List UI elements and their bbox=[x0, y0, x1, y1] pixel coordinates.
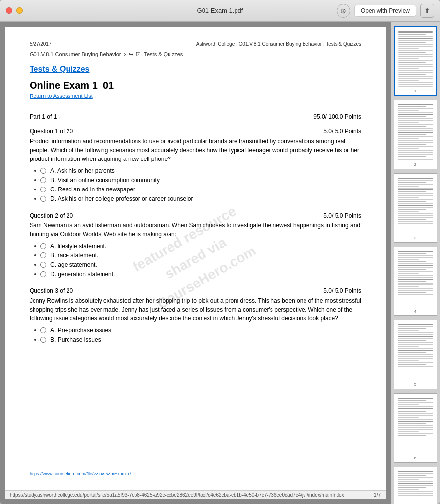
option-1c[interactable]: C. Read an ad in the newspaper bbox=[34, 186, 361, 193]
pdf-date: 5/27/2017 bbox=[30, 41, 52, 47]
option-1d-text: D. Ask his or her college professor or c… bbox=[50, 195, 193, 202]
bullet-icon bbox=[34, 245, 36, 247]
pdf-viewer: featured resourceshared viaCourseHero.co… bbox=[0, 22, 391, 504]
thumb-line bbox=[398, 58, 419, 59]
thumb-line bbox=[398, 60, 433, 61]
bullet-icon bbox=[34, 198, 36, 200]
thumbnail-6[interactable]: 6 bbox=[394, 393, 437, 463]
thumb-line bbox=[398, 32, 433, 33]
pdf-page: featured resourceshared viaCourseHero.co… bbox=[5, 27, 386, 490]
thumb-7-lines bbox=[396, 469, 435, 499]
thumb-line bbox=[398, 50, 433, 51]
thumb-5-lines bbox=[396, 322, 435, 370]
radio-2c[interactable] bbox=[40, 262, 46, 268]
option-2b[interactable]: B. race statement. bbox=[34, 252, 361, 259]
thumbnail-4[interactable]: 4 bbox=[394, 247, 437, 316]
minimize-button[interactable] bbox=[16, 7, 23, 14]
nav-icon[interactable]: ⊕ bbox=[337, 4, 350, 18]
breadcrumb: G01.V.8.1 Consumer Buying Behavior › ↪ ☑… bbox=[30, 51, 361, 58]
thumb-3-lines bbox=[396, 176, 435, 227]
bullet-icon bbox=[34, 339, 36, 341]
part-label: Part 1 of 1 - bbox=[30, 113, 61, 120]
thumb-line bbox=[398, 68, 419, 69]
radio-3b[interactable] bbox=[40, 337, 46, 343]
question-3: Question 3 of 20 5.0/ 5.0 Points Jenny R… bbox=[30, 287, 361, 343]
option-1b[interactable]: B. Visit an online consumption community bbox=[34, 177, 361, 184]
question-2-header: Question 2 of 20 5.0/ 5.0 Points bbox=[30, 212, 361, 219]
window-title: G01 Exam 1.pdf bbox=[197, 7, 243, 14]
thumbnail-3[interactable]: 3 bbox=[394, 173, 437, 243]
option-3a[interactable]: A. Pre-purchase issues bbox=[34, 327, 361, 334]
radio-1c[interactable] bbox=[40, 187, 46, 192]
thumb-3-page: 3 bbox=[396, 236, 435, 240]
option-2d[interactable]: D. generation statement. bbox=[34, 271, 361, 278]
question-3-points: 5.0/ 5.0 Points bbox=[323, 287, 361, 294]
return-link[interactable]: Return to Assessment List bbox=[30, 93, 361, 99]
thumbnail-7[interactable]: 7 bbox=[394, 467, 437, 504]
question-2-number: Question 2 of 20 bbox=[30, 212, 73, 219]
section-title[interactable]: Tests & Quizzes bbox=[30, 65, 361, 74]
open-preview-button[interactable]: Open with Preview bbox=[354, 5, 416, 17]
thumb-5-content bbox=[396, 322, 435, 381]
option-1d[interactable]: D. Ask his or her college professor or c… bbox=[34, 195, 361, 202]
breadcrumb-arrow-icon: › bbox=[124, 51, 126, 58]
thumb-line bbox=[398, 38, 433, 39]
option-2b-text: B. race statement. bbox=[50, 252, 98, 259]
option-1b-text: B. Visit an online consumption community bbox=[50, 177, 160, 184]
thumb-line bbox=[398, 66, 433, 67]
question-2-text: Sam Newman is an avid fisherman and outd… bbox=[30, 221, 361, 239]
part-header: Part 1 of 1 - 95.0/ 100.0 Points bbox=[30, 113, 361, 120]
bottom-link[interactable]: https://www.coursehero.com/file/23169639… bbox=[30, 472, 131, 476]
question-3-text: Jenny Rowlins is absolutely exhausted af… bbox=[30, 296, 361, 323]
page-count: 1/7 bbox=[374, 492, 381, 498]
radio-1b[interactable] bbox=[40, 177, 46, 183]
thumb-2-page: 2 bbox=[396, 162, 435, 167]
option-2c-text: C. age statement. bbox=[50, 261, 97, 268]
thumb-line bbox=[398, 80, 419, 81]
radio-1d[interactable] bbox=[40, 196, 46, 202]
app-window: G01 Exam 1.pdf ⊕ Open with Preview ⬆ fea… bbox=[0, 0, 440, 504]
thumb-line bbox=[398, 56, 433, 57]
thumb-1-content bbox=[397, 29, 434, 88]
question-1-options: A. Ask his or her parents B. Visit an on… bbox=[30, 167, 361, 202]
divider bbox=[30, 105, 361, 105]
thumb-4-lines bbox=[396, 249, 435, 298]
radio-2b[interactable] bbox=[40, 252, 46, 258]
bullet-icon bbox=[34, 170, 36, 172]
question-1-header: Question 1 of 20 5.0/ 5.0 Points bbox=[30, 128, 361, 135]
thumb-line bbox=[398, 42, 426, 43]
thumb-line bbox=[398, 44, 433, 45]
status-url: https://study.ashworthcollege.edu/portal… bbox=[10, 492, 344, 498]
thumb-line bbox=[398, 36, 433, 37]
thumb-1-page: 1 bbox=[397, 89, 434, 93]
radio-2a[interactable] bbox=[40, 243, 46, 249]
thumb-1-lines bbox=[397, 29, 434, 88]
close-button[interactable] bbox=[6, 7, 12, 14]
exam-title: Online Exam 1_01 bbox=[30, 80, 361, 91]
thumb-7-content bbox=[396, 469, 435, 504]
thumb-line bbox=[398, 31, 433, 32]
thumb-line bbox=[398, 54, 433, 55]
thumb-line bbox=[398, 46, 433, 47]
bullet-icon bbox=[34, 329, 36, 331]
bullet-icon bbox=[34, 273, 36, 275]
part-points: 95.0/ 100.0 Points bbox=[313, 113, 361, 120]
option-3a-text: A. Pre-purchase issues bbox=[50, 327, 111, 334]
option-1a[interactable]: A. Ask his or her parents bbox=[34, 167, 361, 174]
share-button[interactable]: ⬆ bbox=[420, 4, 434, 18]
thumb-line bbox=[398, 40, 433, 41]
option-2a[interactable]: A. lifestyle statement. bbox=[34, 243, 361, 250]
thumb-5-page: 5 bbox=[396, 382, 435, 387]
option-2c[interactable]: C. age statement. bbox=[34, 261, 361, 268]
thumbnail-1[interactable]: 1 bbox=[394, 26, 437, 96]
thumbnail-5[interactable]: 5 bbox=[394, 320, 437, 389]
radio-2d[interactable] bbox=[40, 271, 46, 277]
question-2-points: 5.0/ 5.0 Points bbox=[323, 212, 361, 219]
thumb-line bbox=[398, 62, 426, 63]
option-3b[interactable]: B. Purchase issues bbox=[34, 336, 361, 343]
radio-3a[interactable] bbox=[40, 327, 46, 333]
thumbnail-2[interactable]: 2 bbox=[394, 100, 437, 169]
thumb-line bbox=[398, 48, 419, 49]
thumb-line bbox=[398, 52, 426, 53]
radio-1a[interactable] bbox=[40, 168, 46, 174]
